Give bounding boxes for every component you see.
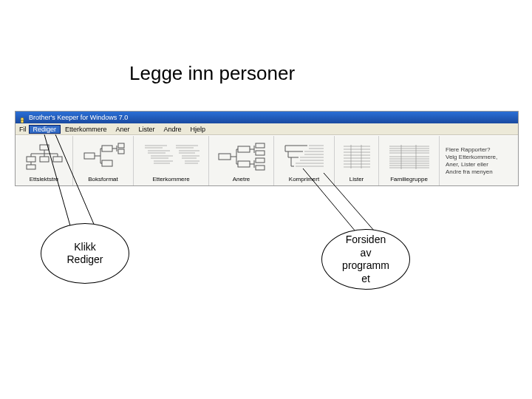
etterkommere-icon xyxy=(134,139,208,174)
callout-forsiden-line3: programm xyxy=(342,259,389,271)
app-icon xyxy=(18,114,26,121)
tool-lister[interactable]: Lister xyxy=(335,136,379,185)
menu-andre[interactable]: Andre xyxy=(160,125,186,134)
svg-rect-54 xyxy=(256,166,265,170)
menu-rediger[interactable]: Rediger xyxy=(29,125,61,134)
svg-rect-8 xyxy=(40,157,49,162)
hint-line-3: Aner, Lister eller xyxy=(446,161,512,168)
callout-leader-1 xyxy=(0,0,532,399)
callout-leader-2 xyxy=(0,0,532,399)
svg-rect-6 xyxy=(27,157,35,162)
svg-rect-22 xyxy=(118,143,124,148)
ettslektstre-icon xyxy=(16,139,72,174)
title-bar: Brother's Keeper for Windows 7.0 xyxy=(16,112,518,123)
svg-rect-23 xyxy=(118,149,124,154)
tool-ettslektstre[interactable]: Ettslektstre xyxy=(16,136,73,185)
svg-rect-12 xyxy=(27,165,35,169)
svg-rect-44 xyxy=(238,161,250,167)
hint-line-1: Flere Rapporter? xyxy=(446,146,512,154)
callout-forsiden-line2: av xyxy=(361,247,372,259)
window-title: Brother's Keeper for Windows 7.0 xyxy=(29,114,128,121)
svg-rect-43 xyxy=(238,146,250,152)
tool-boksformat-label: Boksformat xyxy=(86,174,119,183)
tool-anetre[interactable]: Anetre xyxy=(209,136,274,185)
familiegruppe-icon xyxy=(379,139,439,174)
tool-ettslektstre-label: Ettslektstre xyxy=(28,174,61,183)
menu-etterkommere[interactable]: Etterkommere xyxy=(61,125,112,134)
tool-lister-label: Lister xyxy=(348,174,366,183)
callout-forsiden: Forsiden av programm et xyxy=(321,229,410,290)
tool-familiegruppe[interactable]: Familiegruppe xyxy=(379,136,440,185)
svg-rect-13 xyxy=(84,153,95,159)
lister-icon xyxy=(335,139,378,174)
svg-point-0 xyxy=(21,117,24,120)
callout-forsiden-line4: et xyxy=(361,273,370,284)
svg-rect-10 xyxy=(53,157,62,162)
callout-forsiden-line1: Forsiden xyxy=(346,233,386,245)
komprimert-icon xyxy=(274,139,334,174)
hint-line-4: Andre fra menyen xyxy=(446,168,512,176)
callout-klikk-rediger: Klikk Rediger xyxy=(41,223,129,284)
menu-bar: Fil Rediger Etterkommere Aner Lister And… xyxy=(16,123,518,135)
svg-rect-53 xyxy=(256,158,265,163)
svg-rect-49 xyxy=(256,143,265,148)
callout-klikk-line1: Klikk xyxy=(74,241,96,253)
menu-hjelp[interactable]: Hjelp xyxy=(186,125,211,134)
boksformat-icon xyxy=(73,139,133,174)
toolbar-hint: Flere Rapporter? Velg Etterkommere, Aner… xyxy=(440,136,518,185)
tool-etterkommere-label: Etterkommere xyxy=(151,174,191,183)
tool-etterkommere[interactable]: Etterkommere xyxy=(134,136,209,185)
menu-fil[interactable]: Fil xyxy=(17,125,29,134)
menu-aner[interactable]: Aner xyxy=(112,125,134,134)
tool-boksformat[interactable]: Boksformat xyxy=(73,136,134,185)
svg-rect-50 xyxy=(256,151,265,155)
tool-komprimert-label: Komprimert xyxy=(287,174,321,183)
svg-rect-2 xyxy=(40,145,49,150)
callout-klikk-line2: Rediger xyxy=(66,253,103,265)
tool-anetre-label: Anetre xyxy=(231,174,252,183)
menu-lister[interactable]: Lister xyxy=(134,125,160,134)
svg-rect-40 xyxy=(219,154,231,160)
slide: Legge inn personer Brother's Keeper for … xyxy=(0,0,532,399)
tool-familiegruppe-label: Familiegruppe xyxy=(389,174,429,183)
anetre-icon xyxy=(209,139,273,174)
toolbar: Ettslektstre xyxy=(16,135,518,185)
tool-komprimert[interactable]: Komprimert xyxy=(274,136,335,185)
app-window: Brother's Keeper for Windows 7.0 Fil Red… xyxy=(15,111,519,186)
slide-title: Legge inn personer xyxy=(129,62,295,85)
svg-rect-16 xyxy=(102,146,112,151)
hint-line-2: Velg Etterkommere, xyxy=(446,154,512,161)
svg-rect-17 xyxy=(102,160,112,166)
svg-rect-1 xyxy=(21,120,24,123)
